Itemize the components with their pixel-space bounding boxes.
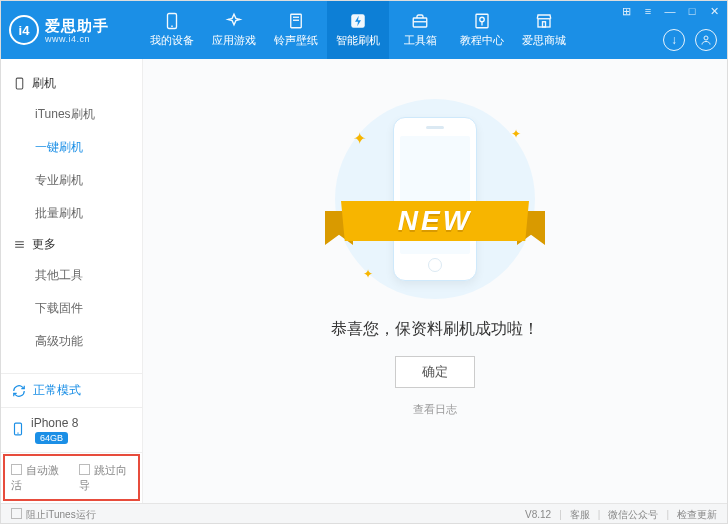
note-icon [287, 12, 305, 30]
download-icon[interactable]: ↓ [663, 29, 685, 51]
view-log-link[interactable]: 查看日志 [413, 402, 457, 417]
win-max-icon[interactable]: □ [685, 5, 699, 18]
nav-flash[interactable]: 智能刷机 [327, 1, 389, 59]
mode-indicator[interactable]: 正常模式 [1, 373, 142, 407]
svg-rect-8 [476, 14, 488, 28]
win-menu-icon[interactable]: ⊞ [619, 5, 633, 18]
shop-icon [535, 12, 553, 30]
sidebar-group-更多: 更多 [1, 230, 142, 259]
spark-icon: ✦ [511, 127, 521, 141]
device-storage-badge: 64GB [35, 432, 68, 444]
success-illustration: NEW ✦ ✦ ✦ [335, 99, 535, 299]
user-icon[interactable] [695, 29, 717, 51]
svg-rect-6 [413, 18, 427, 27]
svg-rect-11 [538, 19, 550, 27]
nav-apps[interactable]: 应用游戏 [203, 1, 265, 59]
mode-label: 正常模式 [33, 382, 81, 399]
logo-icon: i4 [9, 15, 39, 45]
book-icon [473, 12, 491, 30]
version-label: V8.12 [525, 509, 551, 520]
win-min-icon[interactable]: — [663, 5, 677, 18]
sidebar-item[interactable]: iTunes刷机 [1, 98, 142, 131]
ok-button[interactable]: 确定 [395, 356, 475, 388]
apps-icon [225, 12, 243, 30]
nav-book[interactable]: 教程中心 [451, 1, 513, 59]
logo-area: i4 爱思助手 www.i4.cn [1, 15, 141, 45]
auto-activate-checkbox[interactable]: 自动激活 [11, 463, 65, 493]
svg-rect-12 [543, 22, 546, 27]
sidebar-item[interactable]: 批量刷机 [1, 197, 142, 230]
refresh-icon [11, 383, 27, 399]
phone-icon [11, 422, 25, 439]
update-link[interactable]: 检查更新 [677, 508, 717, 522]
block-itunes-checkbox[interactable]: 阻止iTunes运行 [11, 508, 96, 522]
success-message: 恭喜您，保资料刷机成功啦！ [331, 319, 539, 340]
header-right-icons: ↓ [663, 29, 717, 51]
top-nav: 我的设备应用游戏铃声壁纸智能刷机工具箱教程中心爱思商城 [141, 1, 575, 59]
wechat-link[interactable]: 微信公众号 [608, 508, 658, 522]
sidebar-item[interactable]: 专业刷机 [1, 164, 142, 197]
status-bar: 阻止iTunes运行 V8.12| 客服| 微信公众号| 检查更新 [1, 503, 727, 524]
nav-note[interactable]: 铃声壁纸 [265, 1, 327, 59]
flash-icon [349, 12, 367, 30]
svg-point-9 [480, 17, 485, 22]
phone-icon [163, 12, 181, 30]
svg-rect-2 [291, 14, 302, 28]
device-name: iPhone 8 [31, 416, 78, 430]
nav-shop[interactable]: 爱思商城 [513, 1, 575, 59]
sidebar-item[interactable]: 一键刷机 [1, 131, 142, 164]
nav-phone[interactable]: 我的设备 [141, 1, 203, 59]
support-link[interactable]: 客服 [570, 508, 590, 522]
app-url: www.i4.cn [45, 34, 109, 44]
window-controls: ⊞ ≡ — □ ✕ [619, 5, 721, 18]
flash-options-row: 自动激活 跳过向导 [1, 452, 142, 503]
device-info[interactable]: iPhone 8 64GB [1, 407, 142, 452]
sidebar-item[interactable]: 下载固件 [1, 292, 142, 325]
sidebar-group-刷机: 刷机 [1, 69, 142, 98]
main-content: NEW ✦ ✦ ✦ 恭喜您，保资料刷机成功啦！ 确定 查看日志 [143, 59, 727, 503]
sidebar: 刷机iTunes刷机一键刷机专业刷机批量刷机更多其他工具下载固件高级功能 正常模… [1, 59, 143, 503]
win-close-icon[interactable]: ✕ [707, 5, 721, 18]
spark-icon: ✦ [363, 267, 373, 281]
spark-icon: ✦ [353, 129, 366, 148]
new-ribbon: NEW [323, 195, 547, 251]
svg-point-13 [704, 36, 708, 40]
app-header: i4 爱思助手 www.i4.cn 我的设备应用游戏铃声壁纸智能刷机工具箱教程中… [1, 1, 727, 59]
skip-guide-checkbox[interactable]: 跳过向导 [79, 463, 133, 493]
svg-rect-14 [16, 78, 23, 89]
sidebar-item[interactable]: 高级功能 [1, 325, 142, 358]
toolbox-icon [411, 12, 429, 30]
nav-toolbox[interactable]: 工具箱 [389, 1, 451, 59]
win-skin-icon[interactable]: ≡ [641, 5, 655, 18]
sidebar-item[interactable]: 其他工具 [1, 259, 142, 292]
